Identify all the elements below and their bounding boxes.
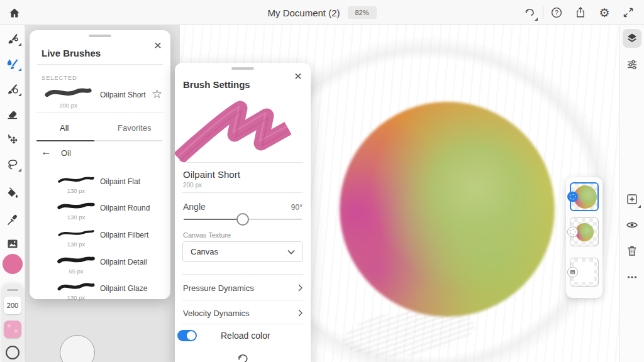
divider: [182, 324, 303, 324]
brush-size-label: 130 px: [57, 187, 95, 194]
brush-size-label: 130 px: [57, 294, 95, 301]
brush-list-item[interactable]: 130 px Oilpaint Filbert: [30, 223, 170, 250]
zoom-level-badge[interactable]: 82%: [348, 6, 377, 19]
drag-handle[interactable]: [7, 289, 18, 291]
eraser-icon: [6, 107, 19, 121]
image-icon: [6, 238, 19, 250]
share-button[interactable]: [569, 0, 592, 25]
layer-content-sphere: [575, 223, 594, 241]
brush-list-item[interactable]: 130 px Oilpaint Round: [30, 196, 170, 222]
layers-icon: [626, 32, 638, 45]
left-tool-rail: 200: [0, 25, 25, 362]
divider: [182, 192, 303, 193]
pressure-dynamics-label: Pressure Dynamics: [183, 283, 298, 293]
lasso-select-tool[interactable]: [0, 153, 25, 176]
velocity-dynamics-row[interactable]: Velocity Dynamics: [175, 301, 311, 325]
brush-list-item[interactable]: 130 px Oilpaint Glaze: [30, 277, 170, 303]
back-arrow-icon[interactable]: ←: [41, 146, 52, 157]
live-brushes-panel: × Live Brushes SELECTED 200 px Oilpaint …: [30, 30, 170, 299]
live-brush-tool-selected[interactable]: [0, 53, 25, 75]
tab-favorites[interactable]: Favorites: [118, 123, 151, 133]
add-layer-icon: [626, 193, 638, 206]
add-layer-options-corner: [638, 205, 641, 208]
brush-stroke-sample: [175, 96, 311, 162]
divider: [182, 162, 303, 163]
brush-color-swatch[interactable]: [4, 321, 21, 338]
layer-visibility-button[interactable]: [623, 216, 641, 234]
reset-settings-icon[interactable]: [236, 352, 250, 362]
move-icon: [6, 133, 19, 146]
home-icon: [8, 7, 21, 19]
tool-options-corner: [18, 93, 21, 96]
dry-paint-icon: [570, 229, 575, 235]
tool-options-corner: [18, 43, 21, 46]
close-icon[interactable]: ×: [154, 38, 162, 52]
help-button[interactable]: ?: [545, 0, 569, 25]
brush-category-label: Oil: [61, 148, 71, 158]
fill-tool[interactable]: [0, 182, 25, 205]
eyedropper-tool[interactable]: [0, 209, 25, 231]
paint-bucket-icon: [6, 187, 19, 200]
layer-more-options-button[interactable]: [623, 268, 641, 287]
reload-color-row: Reload color: [177, 328, 303, 343]
angle-label: Angle: [183, 202, 206, 212]
smudge-brush-tool[interactable]: [0, 78, 25, 101]
brush-list-item[interactable]: 130 px Oilpaint Flat: [30, 170, 170, 196]
chevron-right-icon: [298, 309, 303, 317]
brush-list-item[interactable]: 55 px Oilpaint Detail: [30, 250, 170, 277]
image-icon: [570, 270, 575, 275]
layer-item[interactable]: [570, 182, 599, 211]
divider: [182, 274, 303, 275]
fullscreen-button[interactable]: [616, 0, 640, 25]
add-layer-button[interactable]: [623, 190, 641, 209]
sliders-icon: [626, 58, 638, 71]
brush-size-field[interactable]: 200: [4, 297, 21, 314]
close-icon[interactable]: ×: [294, 69, 302, 82]
angle-slider[interactable]: [184, 219, 302, 220]
lasso-icon: [6, 158, 19, 172]
svg-text:?: ?: [555, 9, 558, 16]
pressure-dynamics-row[interactable]: Pressure Dynamics: [175, 276, 311, 300]
brush-size-label: 130 px: [57, 241, 95, 248]
slider-thumb[interactable]: [236, 213, 249, 226]
eraser-tool[interactable]: [0, 103, 25, 126]
favorite-star-icon[interactable]: ☆: [152, 87, 162, 101]
layer-item[interactable]: [570, 217, 599, 246]
painted-sphere: [340, 102, 555, 317]
angle-value: 90°: [291, 203, 303, 212]
canvas-texture-dropdown[interactable]: Canvas: [182, 241, 303, 262]
brush-settings-panel: × Brush Settings Oilpaint Short 200 px A…: [175, 63, 311, 362]
brush-stroke-preview: [57, 199, 95, 212]
place-image-tool[interactable]: [0, 233, 25, 255]
selected-brush-name[interactable]: Oilpaint Short: [100, 90, 146, 99]
brush-stroke-preview: [57, 253, 95, 266]
tab-all[interactable]: All: [60, 123, 69, 133]
reload-color-toggle[interactable]: [177, 330, 197, 341]
right-tool-rail: [619, 25, 644, 362]
undo-options-corner: [535, 18, 538, 21]
undo-button[interactable]: [518, 0, 541, 25]
brush-size-label: 130 px: [57, 214, 95, 221]
brush-size-cursor-preview: [60, 335, 95, 362]
dropdown-value: Canvas: [191, 247, 287, 256]
brush-stroke-preview: [57, 279, 95, 293]
adjustments-button[interactable]: [623, 55, 641, 74]
brush-name-label: Oilpaint Round: [100, 204, 150, 212]
layer-item[interactable]: [570, 258, 599, 287]
brush-flow-control[interactable]: [6, 346, 19, 359]
gear-icon: ⚙: [599, 7, 609, 19]
live-brush-icon: [6, 57, 19, 71]
settings-button[interactable]: ⚙: [592, 0, 616, 25]
pixel-brush-icon: [6, 32, 19, 46]
panel-title: Live Brushes: [42, 48, 101, 58]
color-picker-swatch[interactable]: [0, 253, 25, 275]
live-brush-layer-badge: [567, 192, 578, 202]
brush-name-label: Oilpaint Glaze: [100, 284, 147, 293]
delete-layer-button[interactable]: [623, 241, 641, 260]
drag-handle[interactable]: [231, 67, 254, 70]
drag-handle[interactable]: [89, 35, 111, 37]
layers-panel-button[interactable]: [623, 29, 641, 48]
home-button[interactable]: [6, 5, 23, 21]
pixel-brush-tool[interactable]: [0, 28, 25, 50]
move-transform-tool[interactable]: [0, 128, 25, 151]
